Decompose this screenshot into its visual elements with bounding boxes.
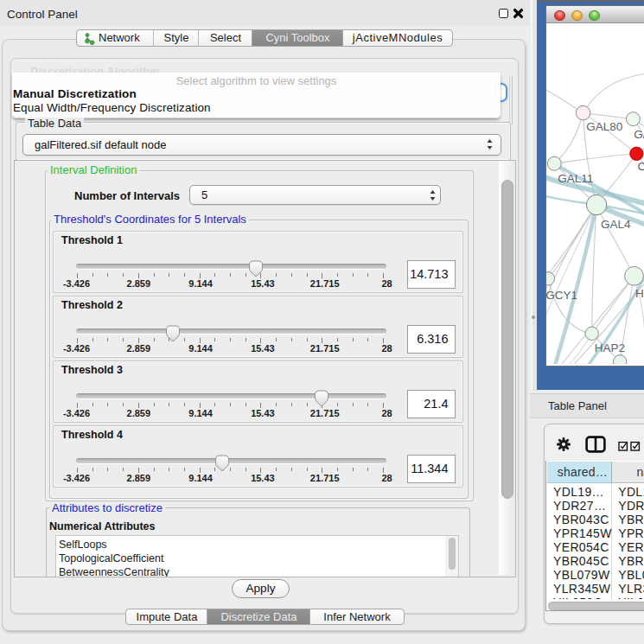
- svg-text:GAL80: GAL80: [586, 120, 622, 133]
- svg-text:GCY1: GCY1: [546, 288, 577, 301]
- svg-text:HI: HI: [635, 287, 644, 300]
- svg-text:HAP2: HAP2: [595, 341, 625, 354]
- svg-text:GA: GA: [634, 128, 644, 141]
- svg-text:GAL4: GAL4: [601, 218, 631, 231]
- svg-text:C: C: [638, 160, 644, 173]
- svg-text:GAL11: GAL11: [558, 171, 593, 184]
